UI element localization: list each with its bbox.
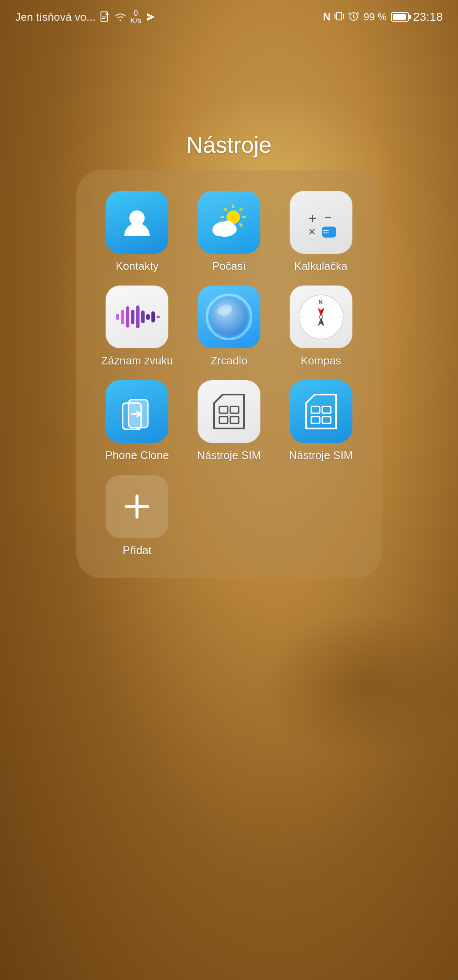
svg-rect-52 — [322, 406, 331, 413]
svg-rect-33 — [156, 316, 160, 318]
folder-container: Kontakty — [76, 170, 382, 578]
send-icon — [145, 11, 156, 22]
app-label-pocasi: Počasí — [212, 260, 246, 273]
svg-rect-31 — [146, 314, 150, 320]
network-speed: 0 K/s — [130, 11, 141, 22]
svg-rect-53 — [311, 417, 320, 423]
app-item-phone-clone[interactable]: Phone Clone — [93, 380, 181, 462]
status-bar: Jen tísňová vo... 0 K/s — [0, 0, 458, 34]
status-right: N 99 % 23:18 — [323, 10, 443, 24]
app-item-pocasi[interactable]: Počasí — [185, 191, 273, 273]
app-item-kontakty[interactable]: Kontakty — [93, 191, 181, 273]
app-icon-phone-clone — [106, 380, 168, 443]
svg-rect-30 — [141, 311, 145, 323]
app-grid: Kontakty — [93, 191, 365, 557]
svg-line-13 — [225, 209, 226, 210]
svg-line-14 — [240, 209, 242, 210]
svg-point-35 — [210, 298, 248, 336]
app-label-kalkulacka: Kalkulačka — [294, 260, 348, 273]
doc-icon — [100, 11, 111, 22]
app-label-pridat: Přidat — [123, 544, 151, 557]
app-icon-pridat — [106, 475, 168, 538]
app-item-nastroje-sim-2[interactable]: Nástroje SIM — [277, 380, 365, 462]
svg-rect-50 — [230, 417, 239, 423]
app-label-kontakty: Kontakty — [116, 260, 159, 273]
folder-title: Nástroje — [186, 132, 271, 158]
svg-rect-54 — [322, 417, 331, 423]
svg-rect-26 — [121, 310, 124, 324]
svg-line-16 — [240, 224, 242, 226]
svg-rect-51 — [311, 406, 320, 413]
app-item-zaznam-zvuku[interactable]: Záznam zvuku — [93, 286, 181, 367]
app-icon-kompas: N — [290, 286, 352, 348]
app-icon-nastroje-sim-1 — [198, 380, 260, 443]
app-icon-kalkulacka: + − × = — [290, 191, 352, 254]
svg-rect-28 — [131, 310, 134, 324]
app-icon-zaznam-zvuku — [106, 286, 168, 348]
svg-text:−: − — [324, 210, 332, 224]
svg-point-19 — [221, 221, 235, 234]
battery-icon — [391, 12, 409, 22]
app-icon-nastroje-sim-2 — [290, 380, 352, 443]
app-label-zaznam-zvuku: Záznam zvuku — [101, 354, 173, 367]
svg-rect-48 — [230, 406, 239, 413]
svg-rect-25 — [116, 314, 119, 320]
app-label-phone-clone: Phone Clone — [105, 449, 169, 462]
vibrate-icon — [335, 11, 344, 23]
svg-rect-27 — [126, 306, 129, 328]
app-item-zrcadlo[interactable]: Zrcadlo — [185, 286, 273, 367]
svg-rect-3 — [337, 12, 342, 20]
alarm-icon — [348, 11, 359, 23]
app-item-nastroje-sim-1[interactable]: Nástroje SIM — [185, 380, 273, 462]
app-icon-zrcadlo — [198, 286, 260, 348]
app-icon-kontakty — [106, 191, 168, 254]
app-item-kalkulacka[interactable]: + − × = Kalkulačka — [277, 191, 365, 273]
battery-percentage: 99 % — [363, 11, 387, 23]
svg-rect-49 — [219, 417, 228, 423]
app-label-kompas: Kompas — [301, 354, 341, 367]
status-left: Jen tísňová vo... 0 K/s — [15, 11, 156, 24]
nfc-icon: N — [323, 11, 330, 23]
svg-text:+: + — [308, 210, 317, 226]
carrier-text: Jen tísňová vo... — [15, 11, 95, 24]
app-icon-pocasi — [198, 191, 260, 254]
svg-text:N: N — [318, 299, 323, 305]
svg-rect-32 — [151, 311, 155, 322]
time-display: 23:18 — [413, 10, 443, 24]
svg-text:×: × — [308, 224, 316, 238]
app-label-nastroje-sim-2: Nástroje SIM — [289, 449, 353, 462]
app-label-zrcadlo: Zrcadlo — [211, 354, 248, 367]
svg-rect-29 — [136, 305, 140, 328]
app-label-nastroje-sim-1: Nástroje SIM — [197, 449, 261, 462]
wifi-icon — [115, 11, 126, 22]
svg-point-44 — [320, 316, 322, 318]
app-item-pridat[interactable]: Přidat — [93, 475, 181, 557]
app-item-kompas[interactable]: N Kompas — [277, 286, 365, 367]
svg-rect-47 — [219, 406, 228, 413]
svg-text:=: = — [323, 225, 329, 238]
